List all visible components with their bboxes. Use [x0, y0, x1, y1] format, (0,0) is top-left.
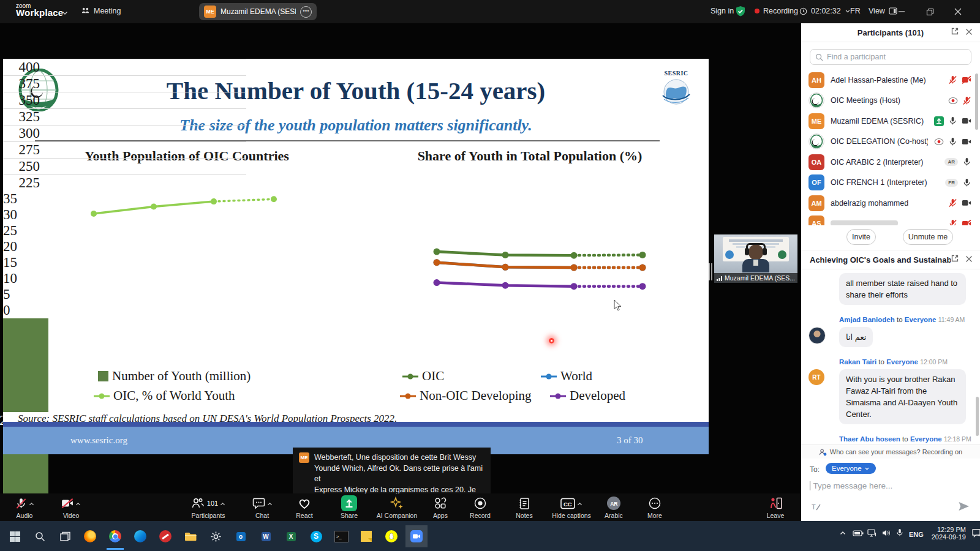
search-participant-input[interactable]: Find a participant — [810, 49, 971, 65]
chevron-up-icon[interactable] — [577, 498, 582, 509]
participant-row[interactable]: OAOIC ARABIC 2 (Interpreter)AR — [801, 152, 980, 172]
svg-text:T: T — [812, 503, 816, 511]
minimize-button[interactable] — [889, 2, 914, 21]
taskbar-word-icon[interactable]: W — [255, 525, 277, 547]
mouse-cursor — [614, 299, 622, 312]
close-panel-icon[interactable] — [965, 27, 973, 38]
sign-in-link[interactable]: Sign in — [710, 7, 734, 15]
taskbar-search-icon[interactable] — [29, 525, 51, 547]
participants-scrollbar[interactable] — [975, 73, 978, 130]
tray-clock[interactable]: 12:29 PM2024-09-19 — [928, 526, 966, 541]
search-placeholder: Find a participant — [827, 53, 886, 61]
y-axis-tick: 300 — [3, 126, 40, 141]
close-window-button[interactable] — [946, 2, 970, 21]
participant-name: OIC DELEGATION (Co-host) — [831, 137, 928, 146]
taskbar-chrome-icon[interactable] — [104, 525, 126, 547]
format-text-icon[interactable]: T — [811, 502, 821, 515]
participant-row[interactable]: AMabdelrazig mohammed — [801, 193, 980, 213]
toolbar-more-button[interactable]: More — [627, 495, 682, 519]
tray-battery-icon[interactable] — [853, 528, 864, 539]
taskbar-terminal-icon[interactable]: >_ — [330, 525, 352, 547]
avatar: OA — [809, 154, 824, 170]
taskbar-skype-icon[interactable]: S — [305, 525, 327, 547]
participant-row[interactable]: OIC Meetings (Host) — [801, 91, 980, 111]
chat-scrollbar[interactable] — [976, 397, 979, 436]
participant-row[interactable]: OFOIC FRENCH 1 (Interpreter)FR — [801, 173, 980, 193]
participant-row[interactable]: AHAdel Hassan-Palestine (Me) — [801, 70, 980, 90]
chevron-up-icon[interactable] — [267, 498, 273, 509]
self-video-thumbnail[interactable]: Muzamil EDEMA (SES... — [714, 234, 797, 283]
tray-chevron-up-icon[interactable] — [839, 528, 846, 539]
chevron-up-icon[interactable] — [220, 498, 225, 509]
chevron-up-icon[interactable] — [75, 498, 81, 509]
toolbar-share-button[interactable]: Share — [322, 495, 377, 519]
screen-share-pill[interactable]: ME Muzamil EDEMA (SESRIC)'s scree ••• — [199, 3, 317, 20]
toolbar-video-button[interactable]: Video — [43, 495, 99, 519]
taskbar-edge-icon[interactable] — [129, 525, 151, 547]
taskbar-firefox-icon[interactable] — [79, 525, 101, 547]
tray-network-icon[interactable] — [867, 528, 877, 539]
participant-row[interactable]: AS — [801, 214, 980, 226]
legend2-oic: OIC — [402, 369, 444, 384]
participant-name: OIC Meetings (Host) — [831, 96, 942, 105]
secondary-axis-tick: 20 — [3, 239, 34, 255]
toolbar-leave-button[interactable]: Leave — [748, 495, 803, 519]
taskbar-snapchat-icon[interactable] — [380, 525, 402, 547]
taskbar-start-icon[interactable] — [4, 525, 26, 547]
restore-button[interactable] — [918, 2, 942, 21]
taskbar-excel-icon[interactable]: X — [280, 525, 302, 547]
participant-row[interactable]: OIC DELEGATION (Co-host) — [801, 132, 980, 152]
recipient-dropdown[interactable]: Everyone — [826, 463, 876, 474]
taskbar-sticky-notes-icon[interactable] — [355, 525, 377, 547]
participant-status-icons — [948, 96, 971, 105]
tray-mic-icon[interactable] — [895, 528, 904, 539]
close-chat-icon[interactable] — [965, 254, 973, 265]
workspace-chevron-icon[interactable] — [61, 8, 69, 19]
taskbar-red-app-icon[interactable] — [154, 525, 176, 547]
message-input[interactable]: Type message here... — [810, 481, 971, 490]
taskbar-task-view-icon[interactable] — [54, 525, 76, 547]
y-axis-tick: 350 — [3, 92, 40, 108]
legend-label: World — [560, 369, 592, 384]
clock-icon — [799, 7, 807, 15]
security-shield-icon[interactable] — [735, 6, 746, 20]
chevron-up-icon[interactable] — [29, 498, 34, 509]
popout-icon[interactable] — [951, 254, 959, 265]
secondary-axis-tick: 30 — [3, 207, 34, 223]
tray-time: 12:29 PM — [928, 526, 966, 533]
camera-off-icon — [962, 220, 971, 225]
legend-label: OIC — [422, 369, 444, 384]
legend2-nonoic: Non-OIC Developing — [400, 388, 532, 403]
tray-speaker-icon[interactable] — [882, 528, 891, 539]
meeting-timer[interactable]: 02:02:32 — [799, 7, 851, 15]
tab-meeting[interactable]: Meeting — [81, 6, 121, 15]
people-icon: 101 — [181, 495, 236, 511]
recording-indicator[interactable]: Recording — [755, 7, 798, 15]
y-axis-tick: 250 — [3, 159, 40, 174]
share-options-icon[interactable]: ••• — [300, 6, 312, 18]
popout-icon[interactable] — [951, 27, 959, 38]
side-panel: Participants (101) Find a participant AH… — [801, 23, 980, 521]
recording-dot-icon — [755, 9, 760, 13]
oic-avatar — [809, 133, 824, 149]
taskbar-file-explorer-icon[interactable] — [179, 525, 202, 547]
unmute-me-button[interactable]: Unmute me — [903, 229, 953, 245]
participant-name: abdelrazig mohammed — [831, 199, 942, 208]
svg-text:AR: AR — [610, 501, 617, 507]
send-message-icon[interactable] — [958, 501, 970, 514]
windows-taskbar: oWXS>_ENG12:29 PM2024-09-19 — [0, 521, 980, 551]
interpretation-language[interactable]: FR — [850, 7, 861, 15]
participant-row[interactable]: MEMuzamil EDEMA (SESRIC) — [801, 111, 980, 131]
tray-language[interactable]: ENG — [909, 528, 924, 539]
action-center-icon[interactable] — [971, 528, 980, 540]
invite-button[interactable]: Invite — [846, 229, 876, 245]
chat-privacy-notice[interactable]: Who can see your messages? Recording on — [801, 444, 980, 459]
taskbar-zoom-icon[interactable] — [405, 525, 428, 547]
taskbar-outlook-icon[interactable]: o — [230, 525, 252, 547]
participants-title: Participants (101) — [801, 28, 951, 37]
shared-slide: SESRIC The Number of Youth (15-24 years)… — [3, 59, 709, 454]
video-name-label: Muzamil EDEMA (SES... — [714, 273, 797, 283]
panel-resize-handle[interactable] — [709, 263, 712, 280]
toolbar-participants-button[interactable]: 101Participants — [181, 495, 236, 519]
taskbar-settings-icon[interactable] — [205, 525, 227, 547]
